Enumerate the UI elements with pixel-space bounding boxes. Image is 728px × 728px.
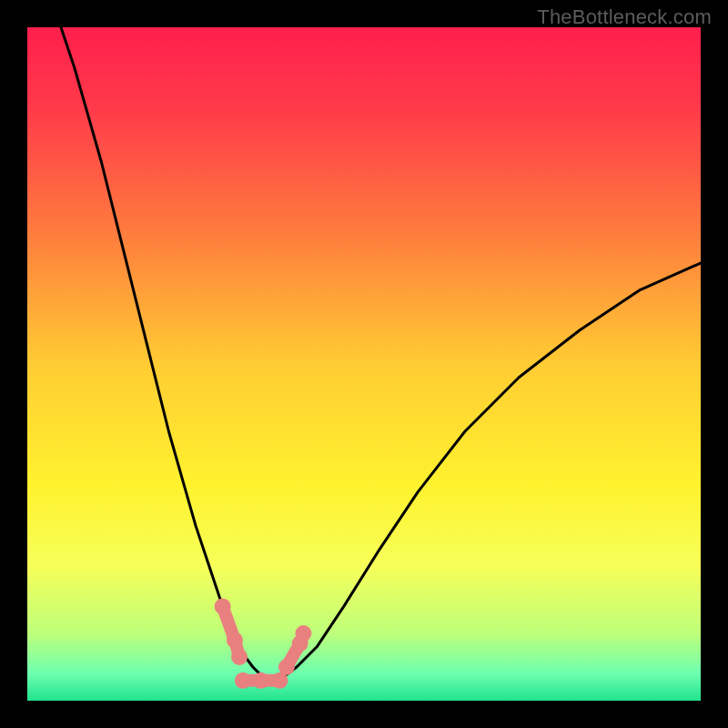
- dip-dot: [215, 598, 231, 614]
- dip-dot: [278, 659, 295, 675]
- dip-dot: [253, 672, 269, 689]
- gradient-background: [27, 27, 701, 701]
- dip-dot: [295, 625, 311, 642]
- dip-dot: [231, 649, 248, 665]
- dip-dot: [235, 672, 251, 689]
- chart-svg: [27, 27, 701, 701]
- watermark-label: TheBottleneck.com: [537, 5, 712, 29]
- dip-dot: [227, 632, 243, 648]
- plot-area: [27, 27, 701, 701]
- chart-frame: TheBottleneck.com: [0, 0, 728, 728]
